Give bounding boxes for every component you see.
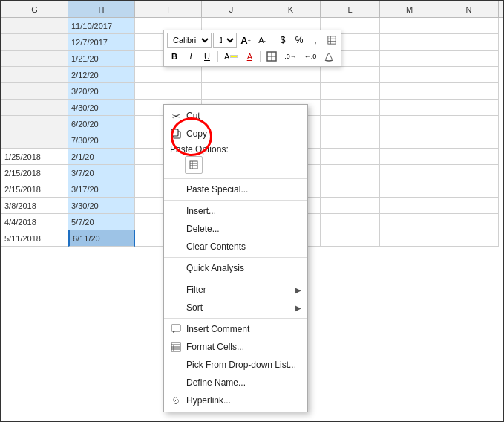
cell-h-11[interactable]: 3/30/20: [68, 198, 135, 214]
cell-m-4[interactable]: [380, 83, 439, 100]
cell-g-9[interactable]: 2/15/2018: [1, 165, 68, 181]
cell-n-5[interactable]: [439, 100, 499, 116]
borders-button[interactable]: [264, 49, 280, 64]
cell-m-12[interactable]: [380, 214, 439, 230]
font-size-selector[interactable]: 11: [213, 33, 237, 48]
table-row[interactable]: 2/12/20: [1, 67, 503, 83]
cell-n-1[interactable]: [439, 34, 499, 51]
font-selector[interactable]: Calibri: [167, 33, 212, 48]
cell-l-11[interactable]: [321, 198, 380, 214]
cell-m-8[interactable]: [380, 149, 439, 165]
cell-n-0[interactable]: [439, 18, 499, 34]
cell-g-3[interactable]: [1, 67, 68, 83]
cell-m-10[interactable]: [380, 181, 439, 198]
cell-k-4[interactable]: [261, 83, 321, 100]
bold-button[interactable]: B: [167, 49, 182, 64]
cell-n-3[interactable]: [439, 67, 499, 83]
cell-g-2[interactable]: [1, 51, 68, 67]
cell-i-3[interactable]: [135, 67, 202, 83]
currency-button[interactable]: $: [275, 33, 290, 48]
cell-h-5[interactable]: 4/30/20: [68, 100, 135, 116]
cell-m-3[interactable]: [380, 67, 439, 83]
cell-h-8[interactable]: 2/1/20: [68, 149, 135, 165]
cell-j-3[interactable]: [202, 67, 261, 83]
cell-h-6[interactable]: 6/20/20: [68, 116, 135, 132]
cell-m-13[interactable]: [380, 230, 439, 247]
cell-k-3[interactable]: [261, 67, 321, 83]
ctx-pick-dropdown[interactable]: Pick From Drop-down List...: [164, 356, 307, 374]
cell-g-10[interactable]: 2/15/2018: [1, 181, 68, 198]
cell-l-7[interactable]: [321, 132, 380, 149]
cell-n-13[interactable]: [439, 230, 499, 247]
ctx-delete[interactable]: Delete...: [164, 220, 307, 238]
cell-l-6[interactable]: [321, 116, 380, 132]
shrink-font-button[interactable]: A-: [255, 33, 269, 48]
cell-g-6[interactable]: [1, 116, 68, 132]
paint-button[interactable]: [321, 49, 337, 64]
cell-n-8[interactable]: [439, 149, 499, 165]
ctx-paste-special[interactable]: Paste Special...: [164, 181, 307, 198]
cell-l-9[interactable]: [321, 165, 380, 181]
grow-font-button[interactable]: A+: [238, 33, 253, 48]
cell-g-11[interactable]: 3/8/2018: [1, 198, 68, 214]
ctx-quick-analysis[interactable]: Quick Analysis: [164, 259, 307, 277]
cell-n-10[interactable]: [439, 181, 499, 198]
cell-n-2[interactable]: [439, 51, 499, 67]
cell-m-2[interactable]: [380, 51, 439, 67]
cell-m-6[interactable]: [380, 116, 439, 132]
cell-n-7[interactable]: [439, 132, 499, 149]
cell-i-4[interactable]: [135, 83, 202, 100]
ctx-define-name[interactable]: Define Name...: [164, 374, 307, 392]
increase-decimal-button[interactable]: .0→: [281, 49, 300, 64]
cell-n-11[interactable]: [439, 198, 499, 214]
cell-m-5[interactable]: [380, 100, 439, 116]
cell-h-7[interactable]: 7/30/20: [68, 132, 135, 149]
cell-l-8[interactable]: [321, 149, 380, 165]
cell-m-9[interactable]: [380, 165, 439, 181]
table-row[interactable]: 3/20/20: [1, 83, 503, 100]
cell-l-3[interactable]: [321, 67, 380, 83]
cell-h-4[interactable]: 3/20/20: [68, 83, 135, 100]
ctx-hyperlink[interactable]: Hyperlink...: [164, 392, 307, 409]
cell-n-9[interactable]: [439, 165, 499, 181]
ctx-insert[interactable]: Insert...: [164, 202, 307, 220]
ctx-sort[interactable]: Sort ▶: [164, 299, 307, 316]
cell-m-0[interactable]: [380, 18, 439, 34]
ctx-filter[interactable]: Filter ▶: [164, 281, 307, 299]
cell-l-13[interactable]: [321, 230, 380, 247]
cell-h-2[interactable]: 1/21/20: [68, 51, 135, 67]
cell-h-12[interactable]: 5/7/20: [68, 214, 135, 230]
ctx-format-cells[interactable]: Format Cells...: [164, 338, 307, 356]
cell-h-13[interactable]: 6/11/20: [68, 230, 135, 247]
cell-g-5[interactable]: [1, 100, 68, 116]
decrease-decimal-button[interactable]: ←.0: [301, 49, 320, 64]
cell-l-10[interactable]: [321, 181, 380, 198]
cell-h-1[interactable]: 12/7/2017: [68, 34, 135, 51]
ctx-insert-comment[interactable]: Insert Comment: [164, 320, 307, 338]
underline-button[interactable]: U: [200, 49, 215, 64]
cell-h-10[interactable]: 3/17/20: [68, 181, 135, 198]
table-button[interactable]: [324, 33, 339, 48]
cell-h-3[interactable]: 2/12/20: [68, 67, 135, 83]
fill-color-button[interactable]: A: [221, 49, 240, 64]
italic-button[interactable]: I: [183, 49, 198, 64]
cell-m-1[interactable]: [380, 34, 439, 51]
cell-g-0[interactable]: [1, 18, 68, 34]
paste-btn-1[interactable]: [185, 156, 203, 174]
cell-h-9[interactable]: 3/7/20: [68, 165, 135, 181]
ctx-clear-contents[interactable]: Clear Contents: [164, 238, 307, 256]
comma-button[interactable]: ,: [308, 33, 323, 48]
percent-button[interactable]: %: [292, 33, 307, 48]
ctx-copy[interactable]: Copy: [164, 125, 307, 143]
cell-n-4[interactable]: [439, 83, 499, 100]
cell-l-4[interactable]: [321, 83, 380, 100]
cell-g-12[interactable]: 4/4/2018: [1, 214, 68, 230]
cell-l-5[interactable]: [321, 100, 380, 116]
cell-g-13[interactable]: 5/11/2018: [1, 230, 68, 247]
font-color-button[interactable]: A: [242, 49, 257, 64]
cell-l-12[interactable]: [321, 214, 380, 230]
cell-g-8[interactable]: 1/25/2018: [1, 149, 68, 165]
cell-g-4[interactable]: [1, 83, 68, 100]
ctx-cut[interactable]: ✂ Cut: [164, 107, 307, 125]
cell-g-1[interactable]: [1, 34, 68, 51]
